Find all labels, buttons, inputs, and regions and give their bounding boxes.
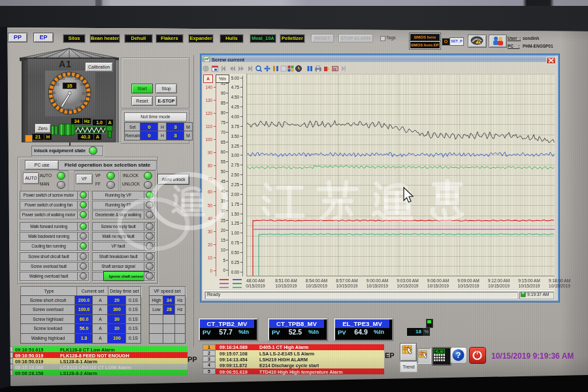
svg-text:?: ?	[455, 350, 461, 360]
